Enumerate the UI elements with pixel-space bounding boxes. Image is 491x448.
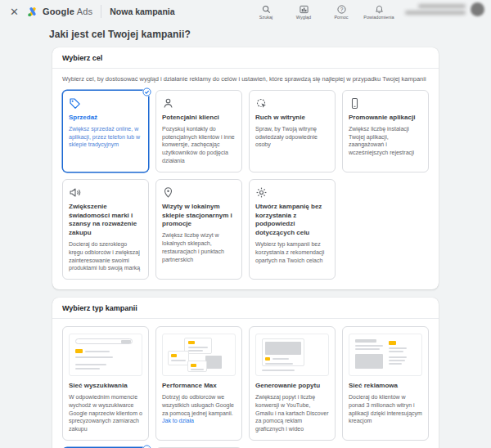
goal-card-desc: Pozyskuj kontakty do potencjalnych klien… xyxy=(162,125,236,165)
brand-name: Google Ads xyxy=(43,7,92,16)
goal-card-desc: Zwiększ liczbę instalacji Twojej aplikac… xyxy=(349,125,422,157)
sell-tag-icon xyxy=(69,97,81,110)
goal-card-website-traffic[interactable]: Ruch w witrynie Spraw, by Twoją witrynę … xyxy=(249,90,336,172)
type-card-search[interactable]: Sieć wyszukiwania W odpowiednim momencie… xyxy=(62,326,149,441)
help-icon: ? xyxy=(337,5,346,14)
goal-cards-grid: Sprzedaż Zwiększ sprzedaż online, w apli… xyxy=(52,83,439,289)
goal-card-desc: Zwiększ liczbę wizyt w lokalnych sklepac… xyxy=(162,231,236,263)
type-card-desc: Dotrzyj do odbiorców we wszystkich usług… xyxy=(162,393,236,425)
type-card-title: Sieć reklamowa xyxy=(349,382,422,391)
goal-card-title: Utwórz kampanię bez korzystania z podpow… xyxy=(255,203,329,238)
goal-card-sales[interactable]: Sprzedaż Zwiększ sprzedaż online, w apli… xyxy=(62,90,149,172)
demand-gen-thumbnail xyxy=(255,334,329,376)
how-it-works-link[interactable]: Jak to działa xyxy=(162,418,194,423)
smartphone-icon xyxy=(349,97,361,110)
performance-max-thumbnail xyxy=(162,334,236,376)
type-card-title: Generowanie popytu xyxy=(255,382,329,391)
goal-card-app-promotion[interactable]: Promowanie aplikacji Zwiększ liczbę inst… xyxy=(342,90,429,172)
goal-card-title: Wizyty w lokalnym sklepie stacjonarnym i… xyxy=(162,203,236,229)
account-text-redacted xyxy=(405,4,466,15)
search-campaign-thumbnail xyxy=(69,334,142,376)
goal-card-leads[interactable]: Potencjalni klienci Pozyskuj kontakty do… xyxy=(155,90,242,172)
account-info[interactable] xyxy=(405,2,484,16)
goal-card-title: Zwiększenie świadomości marki i szansy n… xyxy=(69,203,142,238)
bell-icon xyxy=(375,5,384,14)
notifications-button[interactable]: Powiadomienia xyxy=(363,2,395,20)
selected-check-icon xyxy=(142,445,151,448)
page-title: Jaki jest cel Twojej kampanii? xyxy=(49,29,491,40)
location-pin-icon xyxy=(162,186,174,199)
type-card-desc: Zwiększaj popyt i liczbę konwersji w You… xyxy=(255,393,329,433)
topbar-divider xyxy=(101,5,101,18)
type-card-title: Performance Max xyxy=(162,382,236,391)
type-card-demand-gen[interactable]: Generowanie popytu Zwiększaj popyt i lic… xyxy=(249,326,336,441)
type-card-desc: Docieraj do klientów w ponad 3 milionach… xyxy=(349,393,422,425)
goal-card-awareness[interactable]: Zwiększenie świadomości marki i szansy n… xyxy=(62,179,149,280)
goal-card-desc: Wybierz typ kampanii bez korzystania z r… xyxy=(255,240,329,264)
goal-card-no-guidance[interactable]: Utwórz kampanię bez korzystania z podpow… xyxy=(249,179,336,280)
leads-person-icon xyxy=(162,97,174,110)
appearance-button[interactable]: Wygląd xyxy=(287,2,320,20)
campaign-type-panel: Wybierz typ kampanii Sieć wyszukiwania W… xyxy=(52,298,439,448)
close-icon[interactable]: ✕ xyxy=(8,5,20,19)
goal-card-local-visits[interactable]: Wizyty w lokalnym sklepie stacjonarnym i… xyxy=(155,179,242,280)
goal-card-title: Sprzedaż xyxy=(69,114,142,123)
goal-card-title: Promowanie aplikacji xyxy=(349,114,422,123)
ads-click-icon xyxy=(255,97,268,110)
selected-check-icon xyxy=(142,87,151,96)
megaphone-icon xyxy=(69,186,81,199)
goal-card-title: Potencjalni klienci xyxy=(162,114,236,123)
topbar: ✕ Google Ads Nowa kampania Szukaj xyxy=(0,0,491,23)
type-card-desc: W odpowiednim momencie wychodź w wyszuki… xyxy=(69,393,142,433)
appearance-chart-icon xyxy=(300,5,309,14)
type-card-display[interactable]: Sieć reklamowa Docieraj do klientów w po… xyxy=(342,326,429,441)
svg-text:?: ? xyxy=(340,7,343,12)
search-icon xyxy=(262,5,271,14)
goal-card-desc: Spraw, by Twoją witrynę odwiedzały odpow… xyxy=(255,125,329,149)
type-cards-grid: Sieć wyszukiwania W odpowiednim momencie… xyxy=(52,319,439,448)
goal-card-desc: Docieraj do szerokiego kręgu odbiorców i… xyxy=(69,240,142,272)
display-network-thumbnail xyxy=(349,334,422,376)
goal-card-desc: Zwiększ sprzedaż online, w aplikacji, pr… xyxy=(69,125,142,149)
type-panel-title: Wybierz typ kampanii xyxy=(52,298,439,319)
goal-panel-description: Wybierz cel, by dostosować wygląd i dzia… xyxy=(52,69,439,83)
google-ads-logo: Google Ads xyxy=(27,7,92,17)
help-button[interactable]: ? Pomoc xyxy=(325,2,358,20)
type-card-title: Sieć wyszukiwania xyxy=(69,382,142,391)
type-card-performance-max[interactable]: Performance Max Dotrzyj do odbiorców we … xyxy=(155,326,242,441)
goal-card-title: Ruch w witrynie xyxy=(255,114,329,123)
goal-panel: Wybierz cel Wybierz cel, by dostosować w… xyxy=(52,47,439,289)
google-ads-logo-icon xyxy=(27,7,38,17)
campaign-page-name: Nowa kampania xyxy=(110,7,174,16)
search-button[interactable]: Szukaj xyxy=(250,2,282,20)
goal-panel-title: Wybierz cel xyxy=(52,47,439,69)
avatar[interactable] xyxy=(471,2,484,16)
gear-icon xyxy=(255,186,268,199)
